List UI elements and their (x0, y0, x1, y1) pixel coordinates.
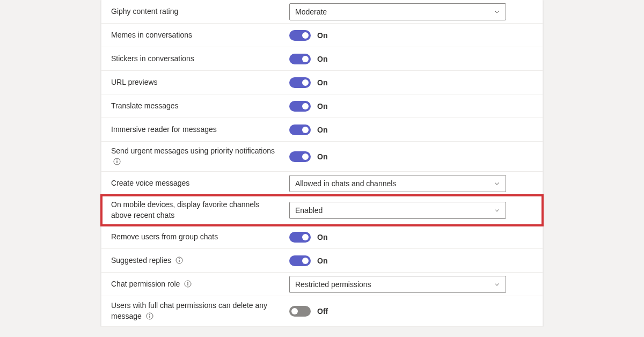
label-suggested-replies: Suggested replies (111, 255, 289, 266)
toggle-state: On (317, 126, 327, 134)
row-mobile-favorite-channels: On mobile devices, display favorite chan… (101, 195, 543, 225)
toggle-state: On (317, 55, 327, 63)
row-immersive-reader: Immersive reader for messages On (101, 118, 543, 142)
info-icon[interactable] (184, 280, 192, 288)
toggle-url-previews[interactable]: On (289, 77, 327, 88)
toggle-state: On (317, 78, 327, 87)
toggle-suggested-replies[interactable]: On (289, 255, 327, 266)
row-giphy-content-rating: Giphy content rating Moderate (101, 0, 543, 24)
messaging-policy-settings: Giphy content rating Moderate Memes in c… (101, 0, 543, 327)
svg-rect-8 (188, 283, 188, 285)
dropdown-chat-permission-role[interactable]: Restricted permissions (289, 276, 506, 293)
toggle-state: On (317, 257, 327, 265)
row-memes: Memes in conversations On (101, 24, 543, 47)
label-translate: Translate messages (111, 101, 289, 112)
toggle-state: On (317, 233, 327, 241)
row-remove-users: Remove users from group chats On (101, 225, 543, 249)
svg-rect-5 (179, 260, 179, 262)
svg-point-10 (149, 314, 150, 316)
label-mobile-favorite-channels: On mobile devices, display favorite chan… (111, 200, 289, 221)
label-memes: Memes in conversations (111, 30, 289, 41)
toggle-state: On (317, 152, 327, 161)
svg-point-1 (116, 159, 118, 160)
label-chat-permission-role: Chat permission role (111, 279, 289, 290)
toggle-stickers[interactable]: On (289, 54, 327, 64)
chevron-down-icon (494, 281, 500, 288)
row-suggested-replies: Suggested replies On (101, 249, 543, 273)
dropdown-mobile-favorite-channels[interactable]: Enabled (289, 202, 506, 219)
label-giphy-content-rating: Giphy content rating (111, 6, 289, 17)
label-url-previews: URL previews (111, 77, 289, 88)
row-chat-permission-role: Chat permission role Restricted permissi… (101, 273, 543, 296)
dropdown-giphy-content-rating[interactable]: Moderate (289, 3, 506, 20)
row-delete-any-message: Users with full chat permissions can del… (101, 296, 543, 326)
label-immersive-reader: Immersive reader for messages (111, 124, 289, 135)
label-voice-messages: Create voice messages (111, 178, 289, 189)
chevron-down-icon (494, 207, 500, 214)
dropdown-value: Moderate (295, 8, 327, 16)
row-stickers: Stickers in conversations On (101, 47, 543, 71)
dropdown-voice-messages[interactable]: Allowed in chats and channels (289, 175, 506, 192)
dropdown-value: Allowed in chats and channels (295, 179, 396, 188)
dropdown-value: Restricted permissions (295, 280, 371, 289)
row-voice-messages: Create voice messages Allowed in chats a… (101, 172, 543, 195)
toggle-state: Off (317, 307, 328, 316)
info-icon[interactable] (146, 312, 153, 320)
label-delete-any-message: Users with full chat permissions can del… (111, 301, 289, 321)
toggle-translate[interactable]: On (289, 101, 327, 112)
toggle-state: On (317, 102, 327, 111)
label-stickers: Stickers in conversations (111, 54, 289, 64)
svg-rect-2 (116, 161, 117, 163)
svg-rect-11 (149, 316, 150, 318)
toggle-urgent-messages[interactable]: On (289, 151, 327, 162)
toggle-immersive-reader[interactable]: On (289, 124, 327, 135)
svg-point-7 (187, 282, 188, 283)
info-icon[interactable] (175, 257, 183, 264)
toggle-memes[interactable]: On (289, 30, 327, 41)
toggle-remove-users[interactable]: On (289, 232, 327, 243)
toggle-delete-any-message[interactable]: Off (289, 306, 328, 317)
label-remove-users: Remove users from group chats (111, 232, 289, 243)
row-urgent-messages: Send urgent messages using priority noti… (101, 142, 543, 172)
row-url-previews: URL previews On (101, 71, 543, 94)
label-urgent-messages: Send urgent messages using priority noti… (111, 146, 289, 167)
toggle-state: On (317, 31, 327, 40)
dropdown-value: Enabled (295, 206, 323, 215)
info-icon[interactable] (113, 158, 121, 165)
chevron-down-icon (494, 9, 500, 15)
svg-point-4 (179, 259, 180, 260)
chevron-down-icon (494, 180, 500, 187)
row-translate: Translate messages On (101, 94, 543, 118)
